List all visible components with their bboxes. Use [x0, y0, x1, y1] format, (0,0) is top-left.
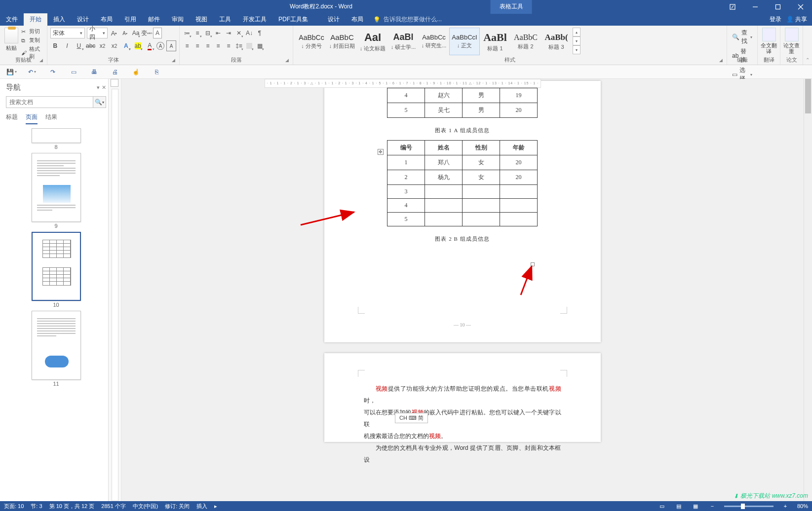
show-marks-button[interactable]: ¶: [255, 28, 264, 38]
tab-stop-selector[interactable]: [111, 79, 118, 87]
tab-insert[interactable]: 插入: [47, 13, 71, 26]
shading-button[interactable]: ▾: [245, 40, 254, 51]
table-cell[interactable]: 女: [463, 170, 500, 185]
save-button[interactable]: 💾▾: [7, 68, 16, 76]
zoom-slider[interactable]: [724, 506, 773, 507]
table-cell[interactable]: 男: [463, 103, 500, 118]
table-cell[interactable]: 郑八: [425, 155, 463, 170]
table-cell[interactable]: [425, 185, 463, 199]
status-track-changes[interactable]: 修订: 关闭: [165, 503, 190, 510]
table-cell[interactable]: [500, 185, 538, 199]
style-item[interactable]: AaBbCc↓ 分类号: [296, 28, 327, 55]
cut-button[interactable]: ✂剪切: [21, 28, 44, 35]
table-cell[interactable]: [463, 199, 500, 213]
thumb-page-11[interactable]: 11: [32, 311, 81, 387]
bullets-button[interactable]: ≔▾: [183, 28, 192, 38]
character-border-button[interactable]: A: [166, 40, 176, 51]
table-cell[interactable]: 19: [500, 88, 538, 103]
close-icon[interactable]: [789, 0, 812, 13]
chevron-down-icon[interactable]: ▾: [101, 31, 105, 36]
tab-references[interactable]: 引用: [118, 13, 142, 26]
table-cell[interactable]: 20: [500, 103, 538, 118]
touch-mode-button[interactable]: ☝: [131, 68, 140, 76]
copy-button[interactable]: ⧉复制: [21, 36, 44, 44]
table-b[interactable]: 编号姓名性别年龄 1郑八女202杨九女20345: [387, 140, 538, 226]
table-cell[interactable]: [500, 213, 538, 226]
text-effects-button[interactable]: A▾: [121, 40, 131, 51]
table-header-cell[interactable]: 性别: [463, 141, 500, 155]
tab-layout[interactable]: 布局: [95, 13, 118, 26]
page-11-partial[interactable]: 视频提供了功能强大的方法帮助您证明您的观点。当您单击联机视频时， 可以在想要添加…: [324, 353, 601, 442]
sort-button[interactable]: A↓: [245, 28, 254, 38]
redo-button[interactable]: ↷: [48, 68, 57, 76]
nav-dropdown-icon[interactable]: ▾: [97, 84, 100, 91]
zoom-out-button[interactable]: −: [707, 502, 717, 510]
align-distribute-button[interactable]: ≡: [224, 40, 233, 51]
strikethrough-button[interactable]: abc: [86, 40, 96, 51]
table-cell[interactable]: 赵六: [425, 88, 463, 103]
style-item[interactable]: AaBbCcI↓ 正文: [449, 28, 480, 55]
tab-review[interactable]: 审阅: [166, 13, 190, 26]
table-cell[interactable]: 4: [387, 88, 425, 103]
style-expand[interactable]: ▾: [573, 45, 580, 54]
numbering-button[interactable]: ≡▾: [193, 28, 202, 38]
table-header-cell[interactable]: 年龄: [500, 141, 538, 155]
paragraph-dialog-launcher[interactable]: ◢: [285, 58, 291, 64]
tab-home[interactable]: 开始: [24, 13, 47, 26]
table-cell[interactable]: 杨九: [425, 170, 463, 185]
scrollbar-vertical[interactable]: [804, 79, 812, 501]
font-color-button[interactable]: A▾: [145, 40, 155, 51]
maximize-icon[interactable]: [767, 0, 789, 13]
status-section[interactable]: 节: 3: [31, 503, 42, 510]
nav-search-input[interactable]: [6, 97, 93, 108]
styles-dialog-launcher[interactable]: ◢: [719, 58, 725, 64]
borders-button[interactable]: ▦▾: [255, 40, 264, 51]
nav-search-button[interactable]: 🔍▾: [93, 97, 106, 108]
tab-tools[interactable]: 工具: [213, 13, 237, 26]
bold-button[interactable]: B: [50, 40, 60, 51]
tab-mailings[interactable]: 邮件: [142, 13, 166, 26]
table-cell[interactable]: 5: [387, 213, 425, 226]
table-cell[interactable]: 2: [387, 170, 425, 185]
table-resize-handle[interactable]: [531, 262, 535, 266]
grow-font-button[interactable]: A▴: [110, 28, 118, 38]
table-a-partial[interactable]: 4赵六男195吴七男20: [387, 88, 538, 118]
page-10[interactable]: 4赵六男195吴七男20 图表 1 A 组成员信息 ✥ 编号姓名性别年龄 1郑八…: [324, 81, 601, 342]
table-cell[interactable]: 5: [387, 103, 425, 118]
table-cell[interactable]: 4: [387, 199, 425, 213]
nav-close-icon[interactable]: ✕: [102, 84, 106, 91]
share-button[interactable]: 👤 共享: [786, 15, 807, 24]
tab-view[interactable]: 视图: [190, 13, 213, 26]
table-cell[interactable]: [500, 199, 538, 213]
table-cell[interactable]: [463, 213, 500, 226]
thumb-page-10[interactable]: 10: [32, 232, 81, 308]
style-scroll-down[interactable]: ▾: [573, 36, 580, 45]
table-header-cell[interactable]: 姓名: [425, 141, 463, 155]
align-center-button[interactable]: ≡: [193, 40, 202, 51]
table-cell[interactable]: 3: [387, 185, 425, 199]
nav-tab-pages[interactable]: 页面: [26, 113, 38, 124]
font-size-combo[interactable]: 小四▾: [87, 28, 108, 38]
translate-button[interactable]: 全文翻译: [761, 28, 777, 54]
asian-layout-button[interactable]: ✕▾: [234, 28, 243, 38]
thesis-check-button[interactable]: 论文查重: [783, 28, 800, 54]
decrease-indent-button[interactable]: ⇤: [214, 28, 223, 38]
change-case-button[interactable]: Aa▾: [131, 28, 140, 38]
table-cell[interactable]: 1: [387, 155, 425, 170]
print-button[interactable]: 🖨: [111, 68, 119, 76]
style-item[interactable]: AaBl标题 1: [480, 28, 510, 55]
align-justify-button[interactable]: ≡: [214, 40, 223, 51]
enclose-characters-button[interactable]: A: [156, 42, 164, 50]
status-macro-icon[interactable]: ▸: [214, 503, 217, 510]
print-preview-button[interactable]: 🖶: [90, 68, 99, 76]
superscript-button[interactable]: x2: [110, 40, 119, 51]
customize-qat-button[interactable]: ⎘: [152, 68, 161, 76]
thumb-page-8[interactable]: 8: [32, 128, 81, 150]
style-item[interactable]: AaBb(标题 3: [541, 28, 572, 55]
line-spacing-button[interactable]: ‡≡▾: [234, 40, 243, 51]
ribbon-display-options-icon[interactable]: [721, 0, 744, 13]
table-cell[interactable]: 20: [500, 155, 538, 170]
font-dialog-launcher[interactable]: ◢: [172, 58, 178, 64]
nav-tab-results[interactable]: 结果: [45, 113, 57, 124]
underline-button[interactable]: U▾: [74, 40, 84, 51]
